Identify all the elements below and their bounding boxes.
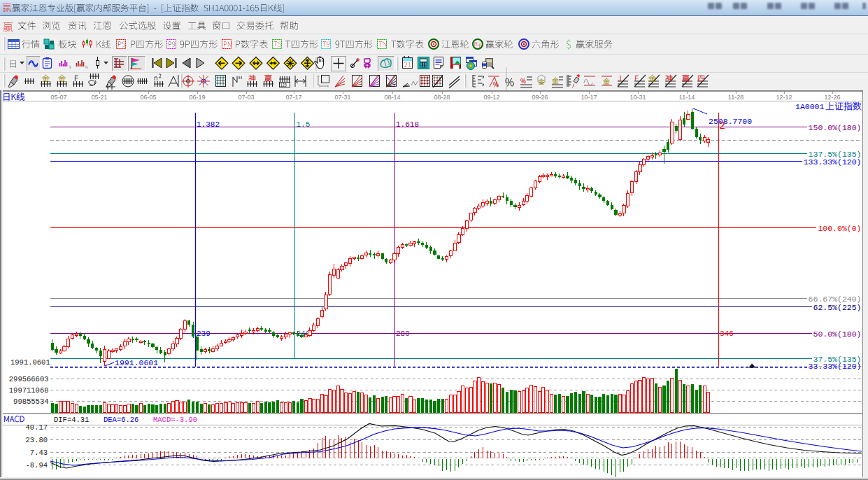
svg-text:11-28: 11-28 (728, 94, 744, 101)
svg-text:12-12: 12-12 (776, 94, 792, 101)
svg-text:299566603: 299566603 (9, 375, 49, 383)
svg-text:33.33%(120): 33.33%(120) (809, 362, 862, 371)
svg-text:2508.7700: 2508.7700 (709, 117, 752, 126)
svg-text:2: 2 (720, 120, 725, 132)
svg-text:07-31: 07-31 (334, 94, 350, 101)
svg-text:199711068: 199711068 (9, 386, 49, 395)
svg-text:MACD=-3.90: MACD=-3.90 (153, 416, 197, 424)
svg-text:1.5: 1.5 (297, 120, 311, 129)
svg-text:1.618: 1.618 (396, 120, 419, 129)
svg-text:1A0001: 1A0001 (795, 102, 825, 111)
svg-text:150.0%(180): 150.0%(180) (809, 123, 862, 132)
svg-text:10-31: 10-31 (629, 94, 646, 101)
svg-text:62.5%(225): 62.5%(225) (813, 303, 862, 312)
svg-text:10-17: 10-17 (581, 94, 597, 101)
svg-text:09-26: 09-26 (532, 94, 548, 101)
svg-text:1.382: 1.382 (197, 120, 220, 129)
svg-text:09-12: 09-12 (483, 94, 499, 101)
svg-text:12-26: 12-26 (824, 94, 840, 101)
svg-text:7.43: 7.43 (30, 449, 48, 457)
svg-text:08-14: 08-14 (384, 94, 400, 101)
svg-text:1991.0601: 1991.0601 (10, 358, 50, 367)
svg-text:133.33%(120): 133.33%(120) (804, 157, 862, 167)
svg-text:DIF=4.31: DIF=4.31 (54, 416, 89, 424)
svg-text:11-14: 11-14 (679, 94, 695, 101)
svg-text:50.0%(180): 50.0%(180) (813, 330, 862, 339)
svg-text:07-17: 07-17 (285, 94, 301, 101)
svg-text:23.80: 23.80 (25, 436, 48, 444)
svg-text:239: 239 (197, 330, 211, 338)
svg-text:06-05: 06-05 (140, 94, 156, 101)
svg-text:07-03: 07-03 (238, 94, 254, 101)
svg-text:280: 280 (396, 330, 410, 338)
svg-text:05-21: 05-21 (91, 94, 107, 101)
svg-text:-8.94: -8.94 (25, 461, 48, 470)
svg-text:05-07: 05-07 (50, 94, 66, 101)
svg-text:08-28: 08-28 (434, 94, 450, 101)
svg-text:40.17: 40.17 (25, 423, 48, 432)
svg-text:06-19: 06-19 (189, 94, 205, 101)
svg-text:DEA=6.26: DEA=6.26 (104, 416, 138, 424)
svg-text:346: 346 (720, 330, 734, 338)
svg-text:100.0%(0): 100.0%(0) (818, 224, 861, 233)
svg-text:99855534: 99855534 (13, 397, 48, 406)
svg-text:1991.0601: 1991.0601 (115, 358, 158, 367)
